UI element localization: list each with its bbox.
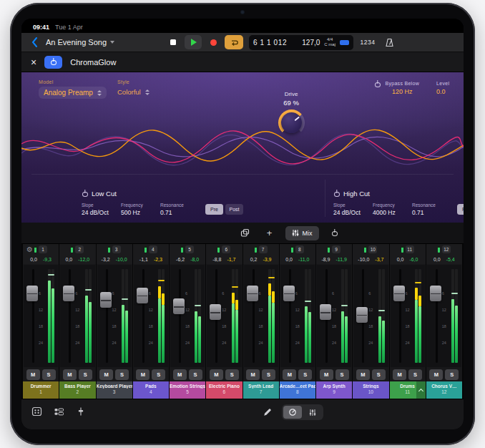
- fader-db-value[interactable]: 0,0: [433, 257, 441, 262]
- fader-db-value[interactable]: -6,2: [176, 257, 185, 262]
- count-in-button[interactable]: 1234: [358, 35, 378, 49]
- bypass-below-value[interactable]: 120 Hz: [392, 88, 413, 95]
- mute-button[interactable]: M: [210, 369, 223, 380]
- fader-cap[interactable]: [63, 286, 74, 301]
- peak-db-value[interactable]: -11,9: [335, 257, 346, 262]
- slope-value[interactable]: 24 dB/Oct: [82, 209, 112, 216]
- cycle-button[interactable]: [225, 35, 243, 49]
- mixer-view-button[interactable]: [303, 406, 322, 419]
- play-button[interactable]: [185, 35, 202, 49]
- track-number[interactable]: 2: [75, 245, 84, 253]
- fader-cap[interactable]: [430, 286, 441, 301]
- track-number[interactable]: 9: [332, 245, 341, 253]
- fader-track[interactable]: [253, 269, 255, 363]
- tracks-view-button[interactable]: [51, 404, 67, 419]
- track-number[interactable]: 1: [39, 245, 47, 253]
- track-number[interactable]: 4: [149, 245, 157, 253]
- mute-button[interactable]: M: [393, 369, 406, 380]
- mute-button[interactable]: M: [283, 369, 296, 380]
- solo-button[interactable]: S: [372, 369, 386, 380]
- solo-button[interactable]: S: [335, 369, 349, 380]
- mute-button[interactable]: M: [136, 369, 150, 380]
- edit-button[interactable]: [259, 404, 275, 419]
- add-plugin-button[interactable]: +: [261, 226, 278, 240]
- fader-track[interactable]: [179, 269, 181, 363]
- track-name-label[interactable]: Synth Lead 7: [243, 381, 279, 399]
- peak-db-value[interactable]: -1,7: [227, 257, 235, 262]
- fader-db-value[interactable]: 0,0: [66, 257, 73, 262]
- pre-button[interactable]: Pre: [205, 204, 223, 215]
- level-value[interactable]: 0.0: [436, 88, 464, 95]
- solo-button[interactable]: S: [262, 369, 275, 380]
- solo-button[interactable]: S: [79, 369, 92, 380]
- mute-button[interactable]: M: [99, 369, 113, 380]
- frequency-value[interactable]: 500 Hz: [121, 209, 151, 216]
- fader-cap[interactable]: [26, 286, 38, 301]
- solo-button[interactable]: S: [189, 369, 202, 380]
- track-number[interactable]: 5: [185, 245, 194, 253]
- smart-controls-button[interactable]: [283, 406, 302, 419]
- fader-db-value[interactable]: -1,1: [139, 257, 148, 262]
- track-name-label[interactable]: Pads 4: [133, 381, 169, 399]
- track-number[interactable]: 12: [442, 245, 451, 253]
- channel-strip-button[interactable]: [73, 404, 89, 419]
- fader-db-value[interactable]: 0,0: [285, 257, 293, 262]
- fader-db-value[interactable]: -3,2: [102, 257, 110, 262]
- track-name-label[interactable]: Electric Piano 6: [206, 381, 242, 399]
- mix-button[interactable]: Mix: [285, 226, 319, 240]
- fader-track[interactable]: [399, 269, 401, 363]
- fader-track[interactable]: [69, 269, 71, 363]
- track-name-label[interactable]: Chorus V… 12: [426, 381, 462, 399]
- fader-db-value[interactable]: 0,0: [30, 257, 37, 262]
- fader-track[interactable]: [142, 269, 144, 363]
- style-selector[interactable]: Colorful: [117, 88, 150, 96]
- track-name-label[interactable]: Drums 11: [390, 381, 426, 399]
- record-button[interactable]: [205, 35, 222, 49]
- plugin-power-button[interactable]: [44, 56, 62, 69]
- mute-button[interactable]: M: [173, 369, 187, 380]
- solo-button[interactable]: S: [42, 369, 56, 380]
- solo-button[interactable]: S: [408, 369, 422, 380]
- resonance-value[interactable]: 0.71: [160, 209, 190, 216]
- solo-button[interactable]: S: [225, 369, 239, 380]
- duplicate-button[interactable]: [237, 226, 254, 240]
- peak-db-value[interactable]: -11,0: [298, 257, 309, 262]
- peak-db-value[interactable]: -3,9: [263, 257, 271, 262]
- slope-value[interactable]: 24 dB/Oct: [333, 209, 363, 216]
- fader-cap[interactable]: [100, 292, 112, 308]
- peak-db-value[interactable]: -12,0: [78, 257, 89, 262]
- fader-cap[interactable]: [283, 286, 295, 301]
- gear-icon[interactable]: ⚙: [26, 245, 33, 253]
- track-name-label[interactable]: Bass Player 2: [59, 381, 95, 399]
- fader-cap[interactable]: [173, 298, 185, 314]
- solo-button[interactable]: S: [152, 369, 165, 380]
- mute-button[interactable]: M: [26, 369, 40, 380]
- peak-db-value[interactable]: -2,3: [154, 257, 162, 262]
- track-number[interactable]: 6: [222, 245, 230, 253]
- peak-db-value[interactable]: -10,0: [116, 257, 127, 262]
- track-name-label[interactable]: Strings 10: [353, 381, 388, 399]
- mute-button[interactable]: M: [63, 369, 77, 380]
- track-name-label[interactable]: Keyboard Player 3: [97, 381, 132, 399]
- fader-cap[interactable]: [356, 307, 368, 323]
- fader-track[interactable]: [436, 269, 438, 363]
- mixer-power-button[interactable]: [326, 226, 343, 240]
- track-number[interactable]: 10: [368, 245, 377, 253]
- fader-db-value[interactable]: -8,8: [212, 257, 221, 262]
- stop-button[interactable]: [165, 35, 182, 49]
- fader-db-value[interactable]: -10,0: [358, 257, 369, 262]
- mute-button[interactable]: M: [246, 369, 260, 380]
- track-name-label[interactable]: Drummer 1: [23, 381, 59, 399]
- peak-db-value[interactable]: -8,0: [190, 257, 199, 262]
- fader-cap[interactable]: [320, 304, 331, 320]
- solo-button[interactable]: S: [115, 369, 129, 380]
- track-number[interactable]: 11: [406, 245, 414, 253]
- fader-db-value[interactable]: 0,2: [250, 257, 258, 262]
- model-selector[interactable]: Analog Preamp: [39, 87, 107, 99]
- fader-track[interactable]: [32, 269, 34, 363]
- power-icon[interactable]: [82, 190, 88, 197]
- fader-cap[interactable]: [393, 286, 405, 301]
- resonance-value[interactable]: 0.71: [412, 209, 442, 216]
- drive-knob[interactable]: [278, 109, 305, 136]
- fader-db-value[interactable]: -8,9: [321, 257, 330, 262]
